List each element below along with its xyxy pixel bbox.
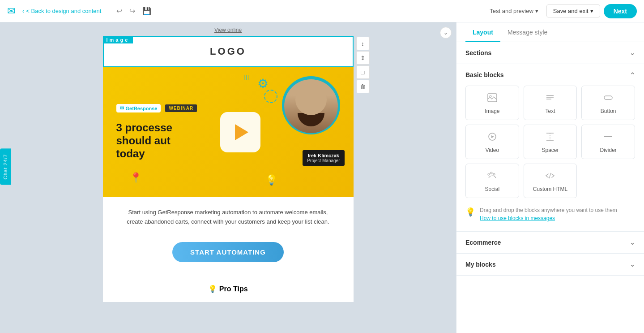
- email-canvas: Image LOGO ↕ ⇕ □ 🗑 ✉ GetRespons: [103, 36, 354, 302]
- save-draft-button[interactable]: 💾: [140, 5, 154, 17]
- save-exit-button[interactable]: Save and exit ▾: [546, 4, 600, 17]
- right-panel: Layout Message style Sections ⌄ Basic bl…: [456, 22, 644, 333]
- block-card-video[interactable]: Video: [465, 125, 519, 159]
- test-preview-button[interactable]: Test and preview ▾: [485, 5, 543, 17]
- block-card-custom-html[interactable]: Custom HTML: [524, 164, 577, 198]
- view-online-bar: View online: [94, 27, 363, 33]
- my-blocks-chevron-icon: ⌄: [630, 261, 635, 268]
- my-blocks-label: My blocks: [465, 261, 496, 268]
- sections-label: Sections: [465, 49, 491, 56]
- lines-decorative-icon: |||: [243, 74, 250, 80]
- button-block-icon: [603, 93, 613, 104]
- next-label: Next: [614, 8, 627, 15]
- webinar-block[interactable]: ✉ GetResponse WEBINAR 3 processe should …: [103, 67, 354, 197]
- person-head: [295, 84, 327, 115]
- svg-point-1: [490, 95, 491, 97]
- next-button[interactable]: Next: [604, 4, 637, 18]
- top-nav: ✉ ‹ < Back to design and content ↩ ↪ 💾 T…: [0, 0, 644, 22]
- person-name: Irek Klimczak: [307, 153, 340, 158]
- location-decorative-icon: 📍: [130, 172, 142, 184]
- text-block[interactable]: Start using GetResponse marketing automa…: [103, 197, 354, 238]
- block-tools: ↕ ⇕ □ 🗑: [356, 37, 370, 93]
- my-blocks-section: My blocks ⌄: [456, 254, 644, 276]
- gear-decorative-icon: ⚙: [257, 76, 269, 91]
- collapse-button[interactable]: ⌄: [440, 27, 452, 39]
- panel-tabs: Layout Message style: [456, 22, 644, 42]
- bulb-decorative-icon: 💡: [265, 174, 277, 186]
- pro-tips-block[interactable]: 💡 Pro Tips: [103, 276, 354, 302]
- drag-tip: 💡 Drag and drop the blocks anywhere you …: [465, 202, 635, 224]
- text-block-icon: [545, 93, 555, 104]
- basic-blocks-label: Basic blocks: [465, 71, 504, 78]
- pro-tips-emoji-icon: 💡: [208, 285, 217, 293]
- svg-rect-11: [490, 172, 492, 174]
- block-resize-btn[interactable]: ⇕: [356, 51, 370, 65]
- person-last-name: Klimczak: [318, 153, 339, 158]
- sections-chevron-icon: ⌄: [630, 49, 635, 56]
- spacer-block-icon: [545, 132, 555, 143]
- save-exit-chevron-icon: ▾: [590, 8, 593, 14]
- main-layout: ⌄ View online Image LOGO ↕ ⇕ □ 🗑: [0, 22, 644, 333]
- blocks-grid: Image Text: [465, 78, 635, 202]
- play-triangle-icon: [235, 124, 248, 140]
- tab-layout[interactable]: Layout: [465, 22, 500, 42]
- block-label: Image: [103, 36, 133, 43]
- basic-blocks-section: Basic blocks ⌄ Image: [456, 64, 644, 232]
- block-card-button[interactable]: Button: [581, 86, 635, 120]
- cta-button[interactable]: START AUTOMATING: [172, 242, 284, 262]
- play-overlay[interactable]: [220, 112, 260, 152]
- person-first-name: Irek: [308, 153, 317, 158]
- block-card-video-label: Video: [486, 147, 499, 153]
- block-card-divider-label: Divider: [600, 147, 616, 153]
- person-circle: [282, 76, 340, 134]
- video-block-icon: [487, 132, 497, 143]
- ecommerce-label: Ecommerce: [465, 239, 501, 246]
- block-card-spacer[interactable]: Spacer: [524, 125, 577, 159]
- chat-label: Chat 24/7: [3, 154, 8, 179]
- block-copy-btn[interactable]: □: [356, 65, 370, 79]
- canvas-area: ⌄ View online Image LOGO ↕ ⇕ □ 🗑: [0, 22, 456, 333]
- tab-message-style[interactable]: Message style: [500, 22, 554, 42]
- logo-block[interactable]: Image LOGO ↕ ⇕ □ 🗑: [103, 36, 354, 67]
- back-link[interactable]: ‹ < Back to design and content: [22, 8, 101, 14]
- block-card-text-label: Text: [545, 108, 555, 114]
- webinar-inner: ✉ GetResponse WEBINAR 3 processe should …: [103, 67, 354, 197]
- image-block-icon: [487, 93, 497, 104]
- deco-circle-1: [264, 90, 277, 103]
- test-preview-label: Test and preview: [490, 8, 533, 14]
- cta-label: START AUTOMATING: [190, 248, 266, 256]
- basic-blocks-header[interactable]: Basic blocks ⌄: [465, 71, 635, 78]
- block-card-social[interactable]: Social: [465, 164, 519, 198]
- ecommerce-section: Ecommerce ⌄: [456, 232, 644, 254]
- block-move-btn[interactable]: ↕: [356, 37, 370, 50]
- block-card-image-label: Image: [485, 108, 499, 114]
- block-card-custom-html-label: Custom HTML: [533, 186, 567, 192]
- pro-tips-title: Pro Tips: [219, 285, 248, 293]
- block-card-button-label: Button: [601, 108, 616, 114]
- sections-header[interactable]: Sections ⌄: [465, 49, 635, 56]
- nav-left: ✉ ‹ < Back to design and content ↩ ↪ 💾: [7, 5, 485, 17]
- drag-tip-main-text: Drag and drop the blocks anywhere you wa…: [480, 207, 617, 213]
- ecommerce-header[interactable]: Ecommerce ⌄: [465, 239, 635, 246]
- person-avatar: [284, 79, 338, 133]
- chat-widget[interactable]: Chat 24/7: [0, 148, 11, 185]
- nav-actions: ↩ ↪ 💾: [114, 5, 154, 17]
- sections-section: Sections ⌄: [456, 42, 644, 64]
- social-block-icon: [487, 171, 497, 182]
- custom-html-block-icon: [545, 171, 555, 182]
- divider-block-icon: [603, 132, 613, 143]
- block-delete-btn[interactable]: 🗑: [356, 80, 370, 93]
- block-card-divider[interactable]: Divider: [581, 125, 635, 159]
- block-card-spacer-label: Spacer: [542, 147, 559, 153]
- back-link-label: < Back to design and content: [26, 8, 101, 14]
- text-body: Start using GetResponse marketing automa…: [127, 209, 329, 225]
- redo-button[interactable]: ↪: [127, 5, 138, 17]
- view-online-link[interactable]: View online: [214, 27, 242, 33]
- drag-tip-link[interactable]: How to use blocks in messages: [480, 215, 555, 221]
- block-card-text[interactable]: Text: [524, 86, 577, 120]
- svg-rect-12: [493, 173, 495, 175]
- undo-button[interactable]: ↩: [114, 5, 125, 17]
- block-card-image[interactable]: Image: [465, 86, 519, 120]
- person-name-tag: Irek Klimczak Project Manager: [303, 150, 344, 166]
- my-blocks-header[interactable]: My blocks ⌄: [465, 261, 635, 268]
